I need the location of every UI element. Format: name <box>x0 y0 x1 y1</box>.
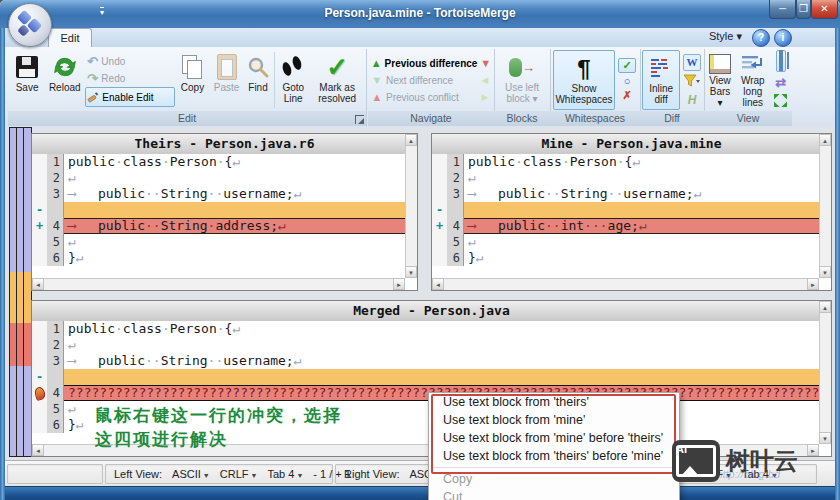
code-line: 2↵ <box>32 337 819 353</box>
menu-item-use-block[interactable]: Use text block from 'mine' <box>429 411 679 429</box>
diff-marker: + <box>32 218 47 234</box>
next-difference-button[interactable]: ▼ Next difference ◄ <box>370 72 492 89</box>
line-text <box>464 202 819 218</box>
check-small-icon[interactable]: ✓ <box>618 58 636 73</box>
diff-marker <box>432 250 447 266</box>
menu-item-cut[interactable]: Cut <box>429 488 679 500</box>
wrap-lines-icon <box>741 55 765 73</box>
reload-button[interactable]: Reload <box>44 50 85 110</box>
filter-icon[interactable] <box>683 73 701 91</box>
line-number: 1 <box>447 154 464 170</box>
scroll-left-icon[interactable]: ◄ <box>432 278 444 290</box>
menu-item-copy[interactable]: Copy <box>429 470 679 488</box>
close-button[interactable]: ✕ <box>811 0 838 19</box>
previous-conflict-button[interactable]: ▲ Previous conflict ► <box>370 89 492 106</box>
left-view-encoding[interactable]: ASCII▼ <box>172 468 210 480</box>
expand-arrows-icon[interactable] <box>774 93 787 111</box>
scroll-left-icon[interactable]: ◄ <box>32 444 44 456</box>
status-left-view: Left View: ASCII▼ CRLF▼ Tab 4▼ - 1 / + 1 <box>105 464 333 484</box>
scroll-left-icon[interactable]: ◄ <box>32 278 44 290</box>
pencil-icon <box>86 90 100 105</box>
use-left-block-button[interactable]: → Use left block ▾ <box>496 50 548 110</box>
vertical-scrollbar[interactable]: ▲ ▼ <box>819 301 831 444</box>
group-label-blocks: Blocks <box>494 111 550 126</box>
scroll-right-icon[interactable]: ► <box>393 278 405 290</box>
swap-arrows-icon[interactable]: ⇄ <box>775 75 786 90</box>
save-button[interactable]: Save <box>10 50 44 110</box>
left-view-eol[interactable]: CRLF▼ <box>220 468 258 480</box>
minimize-button[interactable]: ─ <box>769 0 796 19</box>
quick-access-dropdown-icon[interactable]: ▾ <box>100 7 104 17</box>
scroll-right-icon[interactable]: ► <box>807 444 819 456</box>
find-button[interactable]: Find <box>243 50 274 110</box>
vertical-scrollbar[interactable]: ▲ ▼ <box>405 134 417 278</box>
line-text: ⟶public··String··username;↵ <box>464 186 819 202</box>
maximize-button[interactable]: ❐ <box>796 0 811 19</box>
diff-locator-bar[interactable] <box>9 127 32 457</box>
scroll-up-icon[interactable]: ▲ <box>819 134 831 146</box>
scroll-down-icon[interactable]: ▼ <box>819 266 831 278</box>
style-dropdown[interactable]: Style ▾ <box>709 30 742 43</box>
circle-icon[interactable]: ○ <box>624 75 631 87</box>
goto-line-button[interactable]: Goto Line <box>276 50 310 110</box>
scroll-down-icon[interactable]: ▼ <box>405 266 417 278</box>
block-icon <box>509 58 522 77</box>
undo-button[interactable]: ↶ Undo <box>85 53 174 69</box>
view-bars-button[interactable]: View Bars ▾ <box>706 50 734 110</box>
line-number <box>47 369 64 385</box>
inline-diff-button[interactable]: Inline diff <box>642 50 680 110</box>
horizontal-scrollbar[interactable]: ◄ ► <box>32 278 405 290</box>
code-area-theirs[interactable]: 1public·class·Person·{↵2↵3⟶public··Strin… <box>32 154 405 278</box>
line-number: 4 <box>447 218 464 234</box>
mark-as-resolved-button[interactable]: ✓ Mark as resolved <box>310 50 364 110</box>
title-bar[interactable]: Person.java.mine - TortoiseMerge ▾ ─ ❐ ✕ <box>0 0 840 29</box>
ribbon-group-navigate: ▲ Previous difference ▼ ▼ Next differenc… <box>368 49 495 126</box>
diff-marker: - <box>432 202 447 218</box>
diff-marker <box>432 186 447 202</box>
horizontal-scrollbar[interactable]: ◄ ► <box>432 278 819 290</box>
conflict-marker <box>32 385 47 401</box>
diff-marker <box>32 250 47 266</box>
menu-item-use-block[interactable]: Use text block from 'theirs' <box>429 393 679 411</box>
h-icon[interactable]: H <box>688 93 697 107</box>
line-text: ↵ <box>64 337 819 353</box>
watermark-logo-icon: AI <box>672 440 720 482</box>
info-icon[interactable]: i <box>774 29 792 47</box>
window-border-bottom <box>0 486 840 500</box>
arrow-down-red-icon[interactable]: ▼ <box>479 57 492 69</box>
tortoisemerge-window: Person.java.mine - TortoiseMerge ▾ ─ ❐ ✕… <box>0 0 840 500</box>
app-menu-button[interactable] <box>8 3 52 47</box>
tab-edit[interactable]: Edit <box>48 28 92 48</box>
scroll-right-icon[interactable]: ► <box>807 278 819 290</box>
locator-band <box>10 323 31 366</box>
left-view-tab[interactable]: Tab 4▼ <box>267 468 303 480</box>
group-label-whitespaces: Whitespaces <box>550 111 640 126</box>
split-view-icon[interactable] <box>776 50 786 72</box>
line-text: }↵ <box>464 250 819 266</box>
line-number: 3 <box>47 186 64 202</box>
code-line: 5↵ <box>432 234 819 250</box>
menu-item-use-block[interactable]: Use text block from 'mine' before 'their… <box>429 429 679 447</box>
line-number <box>447 202 464 218</box>
scroll-down-icon[interactable]: ▼ <box>819 432 831 444</box>
dialog-launcher-icon[interactable] <box>355 115 364 124</box>
ribbon-group-edit: Save Reload ↶ Undo <box>8 49 367 126</box>
wrap-long-lines-button[interactable]: Wrap long lines <box>735 50 771 110</box>
line-number: 3 <box>47 353 64 369</box>
scroll-up-icon[interactable]: ▲ <box>819 301 831 313</box>
paste-button[interactable]: Paste <box>210 50 242 110</box>
redo-button[interactable]: ↷ Redo <box>85 70 174 86</box>
help-icon[interactable]: ? <box>752 29 770 47</box>
enable-edit-button[interactable]: Enable Edit <box>85 87 174 107</box>
diff-marker: + <box>432 218 447 234</box>
word-diff-icon[interactable]: W <box>683 54 701 71</box>
previous-difference-button[interactable]: ▲ Previous difference ▼ <box>370 55 492 72</box>
cross-icon[interactable]: ✗ <box>622 89 631 102</box>
code-area-mine[interactable]: 1public·class·Person·{↵2↵3⟶public··Strin… <box>432 154 819 278</box>
show-whitespaces-button[interactable]: ¶ Show Whitespaces <box>553 50 615 110</box>
copy-button[interactable]: Copy <box>175 50 211 110</box>
right-view-label: Right View: <box>344 468 399 480</box>
scroll-up-icon[interactable]: ▲ <box>405 134 417 146</box>
menu-item-use-block[interactable]: Use text block from 'theirs' before 'min… <box>429 447 679 465</box>
vertical-scrollbar[interactable]: ▲ ▼ <box>819 134 831 278</box>
